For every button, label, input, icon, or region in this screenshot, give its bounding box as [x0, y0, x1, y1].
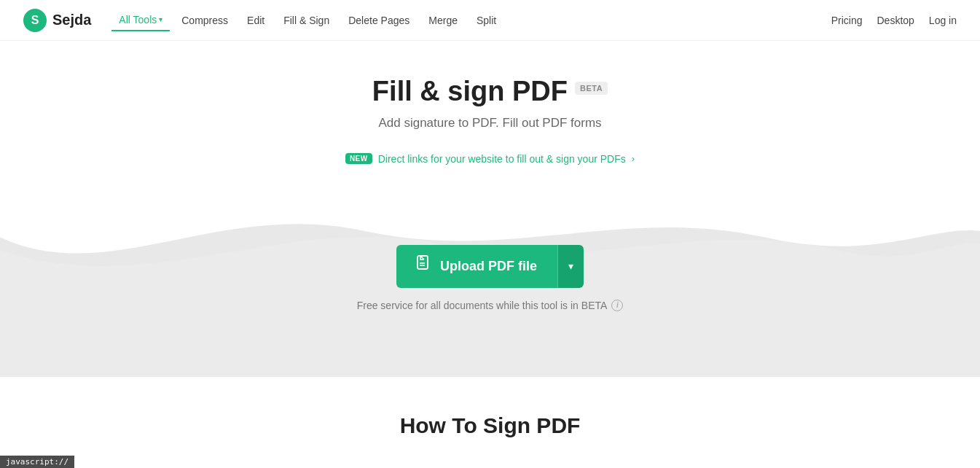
nav-login[interactable]: Log in: [929, 15, 957, 26]
nav-all-tools[interactable]: All Tools ▾: [111, 9, 170, 31]
nav-edit[interactable]: Edit: [240, 10, 272, 31]
new-banner-link[interactable]: NEW Direct links for your website to fil…: [345, 153, 635, 165]
chevron-right-icon: ›: [632, 153, 635, 164]
pdf-upload-icon: [417, 255, 433, 278]
title-wrapper: Fill & sign PDF BETA: [0, 76, 980, 107]
how-to-title: How To Sign PDF: [0, 413, 980, 438]
free-service-text: Free service for all documents while thi…: [357, 300, 608, 311]
free-service-wrapper: Free service for all documents while thi…: [357, 300, 624, 311]
main-content: Fill & sign PDF BETA Add signature to PD…: [0, 41, 980, 460]
nav-delete-pages[interactable]: Delete Pages: [341, 10, 417, 31]
nav-right: Pricing Desktop Log in: [831, 15, 957, 26]
wave-content: Upload PDF file ▾ Free service for all d…: [0, 245, 980, 311]
nav-all-tools-label: All Tools: [119, 14, 157, 26]
navbar: S Sejda All Tools ▾ Compress Edit Fill &…: [0, 0, 980, 41]
dropdown-arrow-icon: ▾: [568, 260, 573, 272]
new-badge: NEW: [345, 153, 372, 164]
wave-section: Upload PDF file ▾ Free service for all d…: [0, 187, 980, 377]
logo-letter: S: [31, 14, 39, 27]
logo-icon: S: [23, 9, 47, 32]
upload-pdf-button[interactable]: Upload PDF file: [396, 245, 557, 288]
how-to-section: How To Sign PDF: [0, 377, 980, 460]
nav-desktop[interactable]: Desktop: [877, 15, 914, 26]
nav-split[interactable]: Split: [469, 10, 503, 31]
beta-badge: BETA: [575, 82, 608, 95]
page-title: Fill & sign PDF: [372, 76, 568, 107]
upload-button-wrapper: Upload PDF file ▾: [396, 245, 584, 288]
page-subtitle: Add signature to PDF. Fill out PDF forms: [0, 116, 980, 130]
nav-compress[interactable]: Compress: [174, 10, 235, 31]
upload-dropdown-button[interactable]: ▾: [557, 245, 584, 288]
logo-link[interactable]: S Sejda: [23, 9, 91, 32]
scrollbar-hint: javascript://: [0, 456, 74, 460]
new-banner-text: Direct links for your website to fill ou…: [378, 153, 626, 165]
chevron-down-icon: ▾: [159, 15, 162, 23]
info-icon[interactable]: i: [611, 300, 623, 311]
nav-pricing[interactable]: Pricing: [831, 15, 863, 26]
upload-button-label: Upload PDF file: [440, 259, 537, 274]
nav-main-links: All Tools ▾ Compress Edit Fill & Sign De…: [111, 9, 831, 31]
nav-merge[interactable]: Merge: [421, 10, 465, 31]
nav-fill-sign[interactable]: Fill & Sign: [276, 10, 337, 31]
logo-name: Sejda: [52, 12, 91, 28]
